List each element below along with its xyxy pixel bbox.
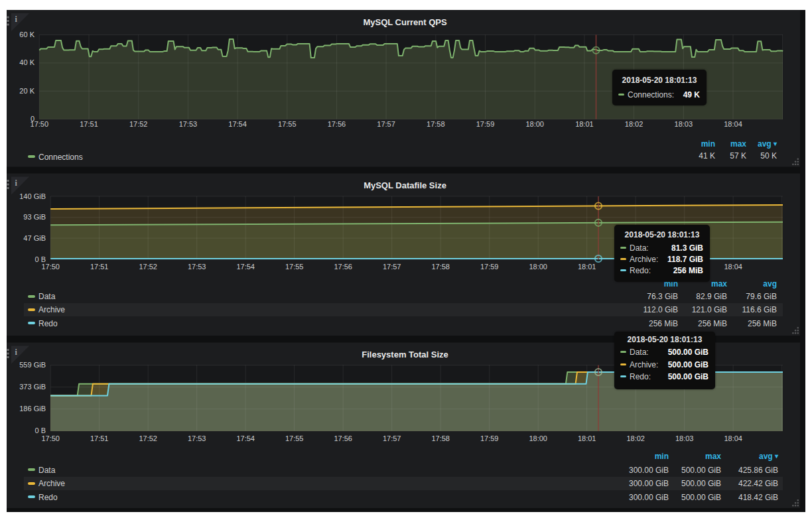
svg-text:17:50: 17:50 <box>41 263 60 271</box>
svg-text:40 K: 40 K <box>19 58 34 66</box>
svg-text:17:55: 17:55 <box>285 263 304 271</box>
svg-text:17:53: 17:53 <box>188 434 206 442</box>
svg-text:18:01: 18:01 <box>575 120 594 128</box>
svg-text:17:51: 17:51 <box>80 120 98 128</box>
svg-text:18:00: 18:00 <box>525 120 544 128</box>
svg-text:20 K: 20 K <box>19 87 34 95</box>
svg-text:60 K: 60 K <box>19 31 34 38</box>
svg-text:17:58: 17:58 <box>431 263 450 271</box>
svg-text:17:52: 17:52 <box>129 120 148 128</box>
svg-text:17:53: 17:53 <box>179 120 198 128</box>
svg-text:17:54: 17:54 <box>236 434 255 442</box>
svg-text:17:53: 17:53 <box>188 263 206 271</box>
svg-text:17:51: 17:51 <box>90 263 109 271</box>
svg-text:17:55: 17:55 <box>278 120 297 128</box>
svg-text:17:56: 17:56 <box>328 120 346 128</box>
svg-text:17:59: 17:59 <box>480 434 499 442</box>
svg-text:17:59: 17:59 <box>480 263 499 271</box>
svg-text:17:59: 17:59 <box>476 120 495 128</box>
svg-text:17:52: 17:52 <box>139 263 157 271</box>
svg-text:18:01: 18:01 <box>578 434 596 442</box>
svg-text:373 GiB: 373 GiB <box>19 383 46 391</box>
svg-text:17:58: 17:58 <box>427 120 445 128</box>
svg-text:0 B: 0 B <box>34 255 46 263</box>
svg-text:18:02: 18:02 <box>626 434 645 442</box>
svg-text:17:57: 17:57 <box>383 434 401 442</box>
svg-text:18:00: 18:00 <box>529 263 547 271</box>
svg-text:0: 0 <box>31 115 34 123</box>
svg-text:17:50: 17:50 <box>41 434 60 442</box>
svg-text:18:02: 18:02 <box>625 120 643 128</box>
svg-text:17:58: 17:58 <box>431 434 450 442</box>
svg-text:17:56: 17:56 <box>334 263 352 271</box>
svg-text:18:03: 18:03 <box>675 434 694 442</box>
svg-text:17:54: 17:54 <box>228 120 247 128</box>
svg-text:17:51: 17:51 <box>90 434 109 442</box>
svg-text:186 GiB: 186 GiB <box>19 405 46 413</box>
svg-text:17:55: 17:55 <box>285 434 304 442</box>
svg-text:17:54: 17:54 <box>236 263 255 271</box>
svg-text:17:57: 17:57 <box>383 263 401 271</box>
svg-text:93 GiB: 93 GiB <box>23 213 46 221</box>
svg-text:18:04: 18:04 <box>724 434 742 442</box>
svg-text:17:57: 17:57 <box>377 120 395 128</box>
svg-text:18:01: 18:01 <box>578 263 596 271</box>
svg-text:18:04: 18:04 <box>724 120 742 128</box>
svg-text:17:56: 17:56 <box>334 434 352 442</box>
svg-text:559 GiB: 559 GiB <box>19 361 46 369</box>
svg-text:18:04: 18:04 <box>724 263 742 271</box>
svg-text:47 GiB: 47 GiB <box>23 234 46 242</box>
svg-text:18:00: 18:00 <box>529 434 547 442</box>
svg-text:140 GiB: 140 GiB <box>19 192 46 200</box>
svg-text:0 B: 0 B <box>34 426 46 434</box>
svg-text:17:52: 17:52 <box>139 434 157 442</box>
svg-text:18:03: 18:03 <box>675 120 693 128</box>
